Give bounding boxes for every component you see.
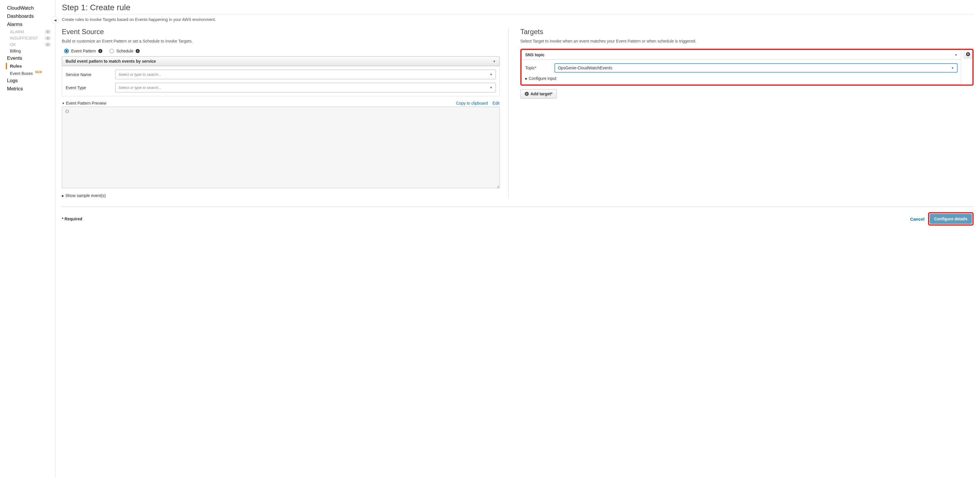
- configure-details-button[interactable]: Configure details: [930, 214, 972, 224]
- event-type-label: Event Type: [65, 86, 115, 90]
- topic-label: Topic*: [525, 65, 549, 70]
- targets-title: Targets: [520, 28, 974, 36]
- radio-schedule[interactable]: Schedule i: [110, 49, 140, 53]
- sidebar-sub-billing[interactable]: Billing: [0, 48, 55, 54]
- service-name-label: Service Name: [65, 72, 115, 77]
- sidebar-item-cloudwatch[interactable]: CloudWatch: [0, 4, 55, 12]
- plus-icon: +: [525, 92, 529, 96]
- sidebar-item-metrics[interactable]: Metrics: [0, 85, 55, 93]
- sidebar-sub-alarm[interactable]: ALARM 0: [0, 29, 55, 35]
- show-sample-events-toggle[interactable]: ▶ Show sample event(s): [62, 193, 500, 198]
- sidebar-item-alarms[interactable]: Alarms: [0, 21, 55, 29]
- radio-icon: [64, 49, 69, 53]
- page-subtitle: Create rules to invoke Targets based on …: [62, 17, 974, 22]
- target-block-highlight: SNS topic ▼ Topic* OpsGenie-CloudWatchEv…: [520, 49, 974, 86]
- sidebar-item-logs[interactable]: Logs: [0, 77, 55, 85]
- info-icon[interactable]: i: [98, 49, 102, 53]
- event-source-desc: Build or customize an Event Pattern or s…: [62, 39, 500, 43]
- required-note: * Required: [62, 216, 82, 221]
- event-source-column: Event Source Build or customize an Event…: [62, 28, 509, 198]
- target-type-select[interactable]: SNS topic ▼: [522, 50, 961, 60]
- event-pattern-preview-toggle[interactable]: ▼ Event Pattern Preview: [62, 101, 106, 105]
- targets-desc: Select Target to invoke when an event ma…: [520, 39, 974, 43]
- configure-details-highlight: Configure details: [928, 212, 974, 226]
- caret-down-icon: ▼: [955, 53, 958, 57]
- sidebar-item-event-buses[interactable]: Event Buses NEW: [0, 70, 55, 77]
- collapse-sidebar-icon[interactable]: ◀: [51, 16, 59, 24]
- main-content: Step 1: Create rule Create rules to invo…: [56, 0, 980, 478]
- caret-down-icon: ▼: [490, 73, 493, 76]
- radio-icon: [110, 49, 114, 53]
- sidebar-item-rules[interactable]: Rules: [0, 62, 55, 70]
- cancel-button[interactable]: Cancel: [910, 216, 924, 222]
- topic-select[interactable]: OpsGenie-CloudWatchEvents ▼: [554, 63, 958, 73]
- new-badge: NEW: [35, 70, 42, 74]
- count-badge: 0: [45, 43, 51, 47]
- event-type-select[interactable]: Select or type to search... ▼: [115, 83, 496, 92]
- build-pattern-dropdown[interactable]: Build event pattern to match events by s…: [62, 56, 500, 66]
- sidebar-item-events[interactable]: Events: [0, 54, 55, 62]
- targets-column: Targets Select Target to invoke when an …: [520, 28, 974, 198]
- edit-link[interactable]: Edit: [493, 101, 500, 105]
- triangle-right-icon: ▶: [62, 194, 64, 197]
- page-title: Step 1: Create rule: [62, 3, 974, 14]
- radio-event-pattern[interactable]: Event Pattern i: [64, 49, 102, 53]
- caret-down-icon: ▼: [951, 67, 954, 70]
- triangle-right-icon: ▶: [525, 77, 528, 80]
- add-target-button[interactable]: + Add target*: [520, 89, 557, 98]
- info-icon[interactable]: i: [135, 49, 140, 53]
- caret-down-icon: ▼: [490, 86, 493, 89]
- copy-to-clipboard-link[interactable]: Copy to clipboard: [456, 101, 488, 105]
- triangle-down-icon: ▼: [62, 102, 65, 105]
- sidebar-sub-insufficient[interactable]: INSUFFICIENT 0: [0, 35, 55, 41]
- count-badge: 0: [45, 30, 51, 34]
- sidebar-sub-ok[interactable]: OK 0: [0, 41, 55, 48]
- sidebar-item-dashboards[interactable]: Dashboards: [0, 12, 55, 21]
- close-icon: ✕: [966, 52, 970, 56]
- remove-target-button[interactable]: ✕: [964, 50, 972, 59]
- service-name-select[interactable]: Select or type to search... ▼: [115, 70, 496, 79]
- sidebar: CloudWatch Dashboards Alarms ALARM 0 INS…: [0, 0, 56, 478]
- event-source-title: Event Source: [62, 28, 500, 36]
- count-badge: 0: [45, 36, 51, 40]
- caret-down-icon: ▼: [493, 60, 496, 63]
- event-pattern-preview-textarea[interactable]: [62, 107, 500, 188]
- configure-input-toggle[interactable]: ▶ Configure input: [525, 76, 958, 81]
